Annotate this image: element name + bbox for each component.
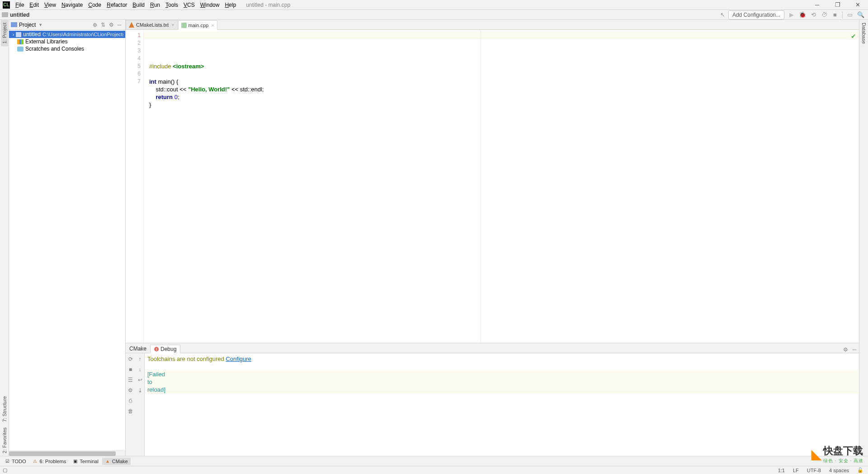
todo-tab[interactable]: ☑TODO: [2, 458, 29, 465]
file-encoding[interactable]: UTF-8: [805, 468, 823, 473]
folder-icon: [16, 32, 22, 37]
debug-tab-label: Debug: [160, 346, 176, 352]
coverage-icon[interactable]: ⟲: [809, 10, 818, 19]
tree-item-path: C:\Users\Administrator\CLionProjects\unt: [42, 32, 123, 37]
minimize-button[interactable]: ─: [807, 0, 827, 10]
reload-icon[interactable]: ⟳: [127, 355, 134, 363]
project-icon: [11, 22, 17, 27]
menu-refactor[interactable]: Refactor: [104, 1, 130, 9]
tab-label: CMakeLists.txt: [136, 22, 169, 28]
stop-icon[interactable]: ■: [830, 10, 840, 19]
tree-item-root[interactable]: › untitled C:\Users\Administrator\CLionP…: [9, 31, 125, 38]
editor-tab-bar: CMakeLists.txt × main.cpp ×: [126, 20, 859, 30]
structure-tool-tab[interactable]: 7: Structure: [1, 393, 8, 425]
gear-icon[interactable]: ⚙: [841, 346, 850, 353]
indent-setting[interactable]: 4 spaces: [827, 468, 851, 473]
hide-icon[interactable]: ─: [850, 346, 859, 353]
main-menu: File Edit View Navigate Code Refactor Bu…: [13, 1, 239, 9]
maximize-button[interactable]: ❐: [827, 0, 848, 10]
tab-main-cpp[interactable]: main.cpp ×: [178, 20, 217, 30]
nav-bar: untitled ↖ Add Configuration... ▶ 🐞 ⟲ ⏱ …: [0, 10, 868, 20]
database-tool-tab[interactable]: Database: [860, 20, 868, 47]
left-tool-strip: 1: Project 7: Structure 2: Favorites: [0, 20, 9, 456]
menu-view[interactable]: View: [42, 1, 59, 9]
favorites-tool-tab[interactable]: 2: Favorites: [1, 425, 8, 456]
console-warn-text: Toolchains are not configured: [147, 356, 226, 362]
project-tool-tab[interactable]: 1: Project: [1, 20, 8, 46]
console-output[interactable]: Toolchains are not configured Configure …: [145, 353, 859, 456]
scrollbar-thumb[interactable]: [9, 451, 116, 456]
terminal-tab[interactable]: ▣Terminal: [70, 458, 101, 465]
libs-icon: [17, 39, 24, 44]
editor-body[interactable]: 1 2 3 4 5 6 7 #include <iostream> int ma…: [126, 30, 859, 343]
expand-icon[interactable]: ⇅: [99, 21, 107, 29]
settings-icon[interactable]: ⚙: [127, 386, 134, 394]
line-ending[interactable]: LF: [791, 468, 801, 473]
bottom-tool-panel: CMake ! Debug ⚙ ─ ⟳↑ ■↓ ☰↩ ⚙⤓ ⎙ 🗑: [126, 343, 859, 456]
tab-cmakelists[interactable]: CMakeLists.txt ×: [126, 20, 178, 29]
tab-label: main.cpp: [189, 23, 209, 28]
cmake-tab[interactable]: CMake: [126, 345, 150, 353]
cmake-icon: ▲: [105, 459, 110, 464]
close-icon[interactable]: ×: [171, 22, 174, 28]
folder-icon: [2, 12, 8, 17]
code-editor[interactable]: #include <iostream> int main() { std::co…: [144, 30, 859, 343]
bottom-panel-header: CMake ! Debug ⚙ ─: [126, 343, 859, 353]
window-title: untitled - main.cpp: [246, 2, 290, 8]
warning-icon: ⚠: [33, 459, 38, 464]
menu-edit[interactable]: Edit: [27, 1, 42, 9]
menu-code[interactable]: Code: [85, 1, 104, 9]
search-icon[interactable]: 🔍: [856, 10, 865, 19]
up-icon[interactable]: ↑: [136, 355, 144, 363]
tree-item-scratches[interactable]: Scratches and Consoles: [9, 45, 125, 52]
menu-tools[interactable]: Tools: [163, 1, 181, 9]
console-toolbar: ⟳↑ ■↓ ☰↩ ⚙⤓ ⎙ 🗑: [126, 353, 145, 456]
status-bar: ▢ 1:1 LF UTF-8 4 spaces 🔓: [0, 466, 868, 474]
horizontal-scrollbar[interactable]: [9, 450, 125, 456]
bottom-status-tabs: ☑TODO ⚠6: Problems ▣Terminal ▲CMake: [0, 456, 868, 466]
stop-icon[interactable]: ■: [127, 365, 134, 373]
chevron-right-icon[interactable]: ›: [11, 32, 16, 37]
menu-file[interactable]: File: [13, 1, 27, 9]
cmake-tab[interactable]: ▲CMake: [102, 458, 131, 465]
trash-icon[interactable]: 🗑: [127, 407, 134, 415]
close-icon[interactable]: ×: [211, 23, 214, 28]
window-controls: ─ ❐ ✕: [807, 0, 868, 10]
soft-wrap-icon[interactable]: ↩: [136, 376, 144, 384]
project-view-selector[interactable]: Project ▼: [11, 22, 42, 28]
print-icon[interactable]: ⎙: [127, 397, 134, 404]
menu-run[interactable]: Run: [147, 1, 163, 9]
filter-icon[interactable]: ☰: [127, 376, 134, 384]
tree-item-label: Scratches and Consoles: [25, 46, 84, 52]
add-configuration-button[interactable]: Add Configuration...: [728, 10, 784, 19]
cmake-icon[interactable]: ▭: [845, 10, 854, 19]
breadcrumb-label[interactable]: untitled: [10, 12, 29, 18]
menu-help[interactable]: Help: [222, 1, 239, 9]
profile-icon[interactable]: ⏱: [820, 10, 829, 19]
editor-area: CMakeLists.txt × main.cpp × 1 2 3 4 5 6 …: [126, 20, 859, 456]
menu-vcs[interactable]: VCS: [181, 1, 198, 9]
locate-icon[interactable]: ⊕: [91, 21, 99, 29]
menu-build[interactable]: Build: [130, 1, 147, 9]
console-reload-text: [Failed to reload]: [147, 370, 868, 393]
debug-icon[interactable]: 🐞: [798, 10, 807, 19]
run-icon[interactable]: ▶: [787, 10, 796, 19]
lock-icon[interactable]: 🔓: [855, 467, 865, 473]
close-button[interactable]: ✕: [848, 0, 868, 10]
tree-item-external-libs[interactable]: External Libraries: [9, 38, 125, 45]
back-icon[interactable]: ↖: [718, 10, 727, 19]
scroll-icon[interactable]: ⤓: [136, 386, 144, 394]
configure-link[interactable]: Configure: [226, 356, 251, 362]
gear-icon[interactable]: ⚙: [107, 21, 115, 29]
menu-window[interactable]: Window: [198, 1, 222, 9]
menu-navigate[interactable]: Navigate: [59, 1, 85, 9]
check-icon: ✔: [851, 33, 856, 40]
debug-tab[interactable]: ! Debug: [150, 345, 180, 353]
project-panel-header: Project ▼ ⊕ ⇅ ⚙ ─: [9, 20, 125, 30]
cmake-icon: [129, 22, 134, 28]
down-icon[interactable]: ↓: [136, 365, 144, 373]
cursor-position[interactable]: 1:1: [776, 468, 787, 473]
problems-tab[interactable]: ⚠6: Problems: [30, 458, 69, 465]
hide-icon[interactable]: ─: [115, 21, 123, 29]
status-box-icon[interactable]: ▢: [3, 467, 7, 473]
